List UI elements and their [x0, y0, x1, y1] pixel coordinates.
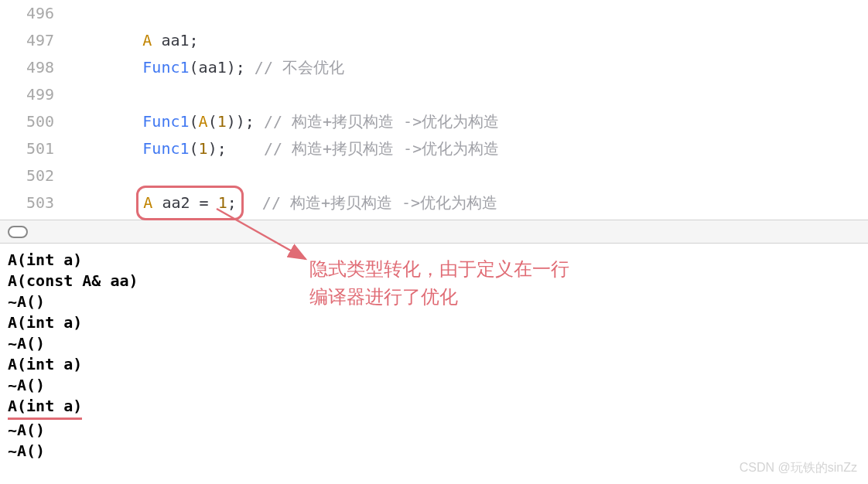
- line-number: 502: [0, 162, 68, 189]
- code-content: Func1(A(1)); // 构造+拷贝构造 ->优化为构造: [68, 108, 499, 135]
- code-line[interactable]: 498 Func1(aa1); // 不会优化: [0, 54, 868, 81]
- code-content: A aa1;: [68, 27, 199, 54]
- code-line[interactable]: 500 Func1(A(1)); // 构造+拷贝构造 ->优化为构造: [0, 108, 868, 135]
- line-number: 501: [0, 135, 68, 162]
- annotation-line-1: 隐式类型转化，由于定义在一行: [309, 255, 569, 283]
- watermark: CSDN @玩铁的sinZz: [740, 460, 857, 476]
- output-toolbar: [0, 220, 868, 244]
- code-editor: 496497 A aa1;498 Func1(aa1); // 不会优化4995…: [0, 0, 868, 220]
- output-line: A(int a): [8, 312, 860, 333]
- code-content: Func1(aa1); // 不会优化: [68, 54, 344, 81]
- annotation-text: 隐式类型转化，由于定义在一行 编译器进行了优化: [309, 255, 569, 311]
- output-toggle-icon[interactable]: [8, 226, 28, 238]
- output-line: ~A(): [8, 420, 860, 441]
- output-line: ~A(): [8, 375, 860, 396]
- highlight-box: A aa2 = 1;: [136, 186, 243, 220]
- code-content: Func1(1); // 构造+拷贝构造 ->优化为构造: [68, 135, 499, 162]
- code-line[interactable]: 503 A aa2 = 1; // 构造+拷贝构造 ->优化为构造: [0, 189, 868, 216]
- annotation-line-2: 编译器进行了优化: [309, 283, 569, 311]
- code-line[interactable]: 497 A aa1;: [0, 27, 868, 54]
- line-number: 496: [0, 0, 68, 27]
- line-number: 500: [0, 108, 68, 135]
- code-content: A aa2 = 1; // 构造+拷贝构造 ->优化为构造: [68, 186, 497, 220]
- code-line[interactable]: 499: [0, 81, 868, 108]
- output-line: A(int a): [8, 396, 860, 420]
- output-line: ~A(): [8, 441, 860, 462]
- code-line[interactable]: 501 Func1(1); // 构造+拷贝构造 ->优化为构造: [0, 135, 868, 162]
- output-line: A(int a): [8, 354, 860, 375]
- code-line[interactable]: 496: [0, 0, 868, 27]
- line-number: 498: [0, 54, 68, 81]
- line-number: 497: [0, 27, 68, 54]
- line-number: 503: [0, 189, 68, 216]
- line-number: 499: [0, 81, 68, 108]
- output-line: ~A(): [8, 333, 860, 354]
